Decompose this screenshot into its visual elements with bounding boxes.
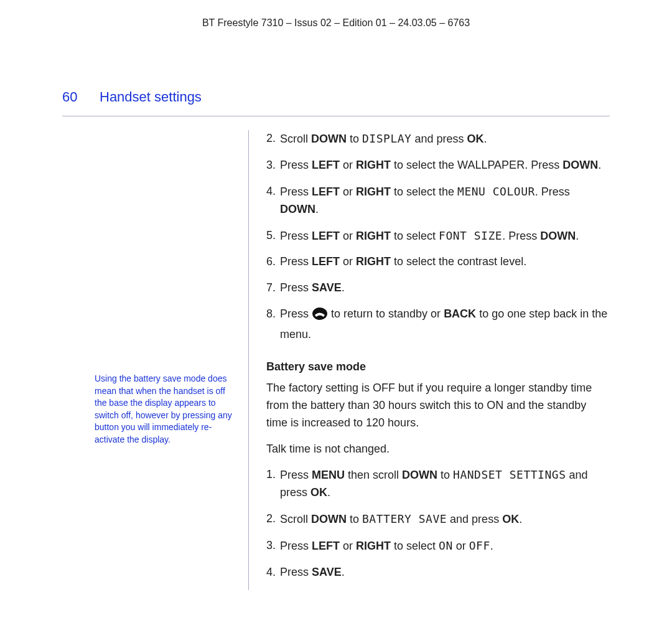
- sidebar-note: Using the battery save mode does mean th…: [95, 373, 237, 446]
- bstep-4: 4. Press SAVE.: [266, 564, 610, 581]
- bstep-1: 1. Press MENU then scroll DOWN to HANDSE…: [266, 466, 610, 502]
- step-text: Press LEFT or RIGHT to select FONT SIZE.…: [280, 227, 610, 245]
- intro-paragraph-2: Talk time is not changed.: [266, 441, 610, 458]
- step-number: 6.: [266, 253, 280, 271]
- step-text: Press SAVE.: [280, 564, 610, 581]
- document-header: BT Freestyle 7310 – Issus 02 – Edition 0…: [62, 16, 610, 30]
- step-text: Press LEFT or RIGHT to select the WALLPA…: [280, 157, 610, 174]
- manual-page: BT Freestyle 7310 – Issus 02 – Edition 0…: [0, 0, 672, 638]
- step-text: Press MENU then scroll DOWN to HANDSET S…: [280, 466, 610, 502]
- step-number: 2.: [266, 130, 280, 148]
- step-2: 2. Scroll DOWN to DISPLAY and press OK.: [266, 130, 610, 148]
- section-title: Handset settings: [100, 87, 202, 107]
- sidebar: Using the battery save mode does mean th…: [62, 130, 249, 590]
- step-text: Scroll DOWN to BATTERY SAVE and press OK…: [280, 510, 610, 528]
- title-line: 60 Handset settings: [62, 87, 610, 107]
- step-number: 3.: [266, 157, 280, 174]
- page-number: 60: [62, 87, 100, 107]
- step-number: 4.: [266, 183, 280, 218]
- step-text: Press to return to standby or BACK to go…: [280, 306, 610, 344]
- bstep-2: 2. Scroll DOWN to BATTERY SAVE and press…: [266, 510, 610, 528]
- step-number: 7.: [266, 279, 280, 297]
- bstep-3: 3. Press LEFT or RIGHT to select ON or O…: [266, 537, 610, 555]
- step-text: Press LEFT or RIGHT to select the contra…: [280, 253, 610, 271]
- step-5: 5. Press LEFT or RIGHT to select FONT SI…: [266, 227, 610, 245]
- step-3: 3. Press LEFT or RIGHT to select the WAL…: [266, 157, 610, 174]
- intro-paragraph: The factory setting is OFF but if you re…: [266, 380, 610, 432]
- step-number: 4.: [266, 564, 280, 581]
- hangup-icon: [312, 307, 328, 326]
- content-columns: Using the battery save mode does mean th…: [62, 130, 610, 590]
- step-7: 7. Press SAVE.: [266, 279, 610, 297]
- step-text: Press LEFT or RIGHT to select the MENU C…: [280, 183, 610, 218]
- step-number: 1.: [266, 466, 280, 502]
- step-text: Press LEFT or RIGHT to select ON or OFF.: [280, 537, 610, 555]
- step-number: 5.: [266, 227, 280, 245]
- step-8: 8. Press to return to standby or BACK to…: [266, 306, 610, 344]
- main-content: 2. Scroll DOWN to DISPLAY and press OK. …: [249, 130, 610, 590]
- step-text: Scroll DOWN to DISPLAY and press OK.: [280, 130, 610, 148]
- step-text: Press SAVE.: [280, 279, 610, 297]
- step-6: 6. Press LEFT or RIGHT to select the con…: [266, 253, 610, 271]
- divider: [62, 116, 610, 116]
- step-4: 4. Press LEFT or RIGHT to select the MEN…: [266, 183, 610, 218]
- step-number: 8.: [266, 306, 280, 344]
- step-number: 2.: [266, 510, 280, 528]
- step-number: 3.: [266, 537, 280, 555]
- subsection-heading: Battery save mode: [266, 359, 610, 376]
